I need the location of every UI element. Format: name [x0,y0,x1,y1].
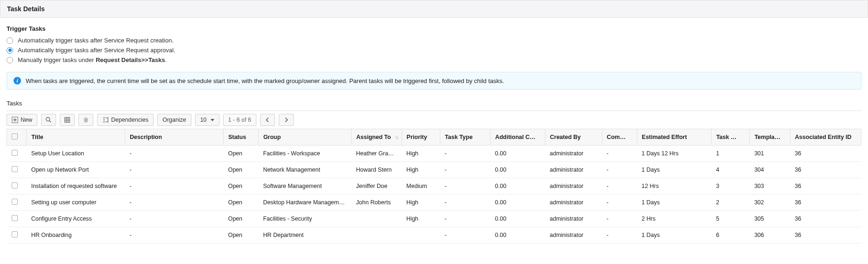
trigger-option-creation[interactable]: Automatically trigger tasks after Servic… [7,37,861,44]
table-row[interactable]: Installation of requested software-OpenS… [7,178,861,195]
checkbox-icon [12,150,18,156]
col-comments[interactable]: Com… [602,129,637,146]
prev-page-button[interactable] [260,114,275,126]
cell-created-by: administrator [545,227,602,243]
cell-assigned-to: John Roberts [352,195,402,211]
cell-estimated-effort: 1 Days [637,227,711,243]
col-description[interactable]: Description [125,129,224,146]
cell-task-type: - [440,146,490,162]
dependencies-button[interactable]: Dependencies [97,114,154,126]
organize-label: Organize [162,117,186,123]
cell-task-order: 2 [711,195,749,211]
cell-status: Open [223,146,258,162]
cell-description: - [125,211,224,227]
radio-label-prefix: Manually trigger tasks under [18,56,96,63]
organize-button[interactable]: Organize [157,114,191,126]
col-select-all[interactable] [7,129,27,146]
col-priority[interactable]: Priority [402,129,440,146]
table-header-row: Title Description Status Group Assigned … [7,129,861,146]
cell-estimated-effort: 1 Days 12 Hrs [637,146,711,162]
checkbox-icon [12,166,18,172]
radio-label-suffix: . [165,56,167,63]
cell-estimated-effort: 12 Hrs [637,178,711,195]
col-estimated-effort[interactable]: Estimated Effort [637,129,711,146]
col-title[interactable]: Title [27,129,125,146]
cell-priority: Medium [402,178,440,195]
row-select[interactable] [7,162,27,178]
search-button[interactable] [41,114,56,126]
row-select[interactable] [7,211,27,227]
col-task-order[interactable]: Task … [711,129,749,146]
dependencies-icon [102,117,109,123]
cell-status: Open [223,195,258,211]
row-select[interactable] [7,178,27,195]
col-assigned-to[interactable]: Assigned To↑↓ [352,129,402,146]
new-label: New [21,117,32,123]
cell-status: Open [223,162,258,178]
row-select[interactable] [7,146,27,162]
cell-priority: High [402,146,440,162]
col-task-type[interactable]: Task Type [440,129,490,146]
col-assigned-to-label: Assigned To [356,134,391,140]
cell-title: Installation of requested software [27,178,125,195]
table-row[interactable]: HR Onboarding-OpenHR Department-0.00admi… [7,227,861,243]
table-row[interactable]: Configure Entry Access-OpenFacilities - … [7,211,861,227]
trigger-option-manual[interactable]: Manually trigger tasks under Request Det… [7,56,861,63]
cell-priority: High [402,195,440,211]
cell-additional-cost: 0.00 [490,146,545,162]
trigger-option-approval[interactable]: Automatically trigger tasks after Servic… [7,47,861,54]
cell-template: 305 [749,211,790,227]
table-row[interactable]: Open up Network Port-OpenNetwork Managem… [7,162,861,178]
tasks-toolbar: New Dependencies Organize 10 1 - 6 of 6 [7,111,861,129]
cell-associated-entity-id: 36 [790,162,861,178]
checkbox-icon [12,199,18,205]
table-row[interactable]: Setting up user computer-OpenDesktop Har… [7,195,861,211]
row-select[interactable] [7,195,27,211]
cell-associated-entity-id: 36 [790,178,861,195]
cell-task-order: 4 [711,162,749,178]
cell-comments: - [602,211,637,227]
cell-task-type: - [440,178,490,195]
columns-button[interactable] [60,114,75,126]
cell-task-type: - [440,211,490,227]
radio-icon [7,37,13,44]
info-text: When tasks are triggered, the current ti… [26,77,504,84]
table-row[interactable]: Setup User Location-OpenFacilities - Wor… [7,146,861,162]
dependencies-label: Dependencies [111,117,148,123]
cell-status: Open [223,211,258,227]
col-group[interactable]: Group [258,129,351,146]
pagesize-dropdown[interactable]: 10 [195,114,219,126]
cell-created-by: administrator [545,162,602,178]
cell-assigned-to: Jeniffer Doe [352,178,402,195]
cell-title: HR Onboarding [27,227,125,243]
cell-estimated-effort: 1 Days [637,195,711,211]
radio-label: Automatically trigger tasks after Servic… [18,37,174,44]
tasks-section-label: Tasks [7,100,861,107]
cell-comments: - [602,227,637,243]
chevron-down-icon [211,119,214,121]
cell-description: - [125,162,224,178]
cell-group: Facilities - Security [258,211,351,227]
checkbox-icon [12,215,18,221]
cell-associated-entity-id: 36 [790,227,861,243]
cell-title: Setup User Location [27,146,125,162]
cell-template: 306 [749,227,790,243]
cell-description: - [125,146,224,162]
plus-icon [12,117,18,123]
search-icon [45,117,52,123]
delete-button[interactable] [78,114,93,126]
cell-title: Setting up user computer [27,195,125,211]
col-status[interactable]: Status [223,129,258,146]
col-created-by[interactable]: Created By [545,129,602,146]
col-additional-cost[interactable]: Additional C… [490,129,545,146]
next-page-button[interactable] [279,114,294,126]
col-associated-entity-id[interactable]: Associated Entity ID [790,129,861,146]
sort-icon: ↑↓ [395,135,398,140]
tasks-table: Title Description Status Group Assigned … [7,129,861,243]
cell-template: 302 [749,195,790,211]
cell-assigned-to [352,227,402,243]
cell-comments: - [602,162,637,178]
col-template[interactable]: Templa… [749,129,790,146]
new-button[interactable]: New [7,114,37,126]
row-select[interactable] [7,227,27,243]
